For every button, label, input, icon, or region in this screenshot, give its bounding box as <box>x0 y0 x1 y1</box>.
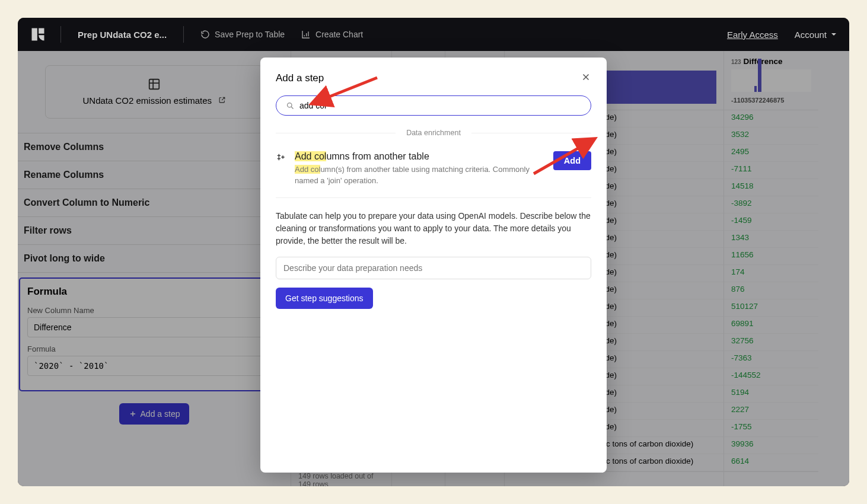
join-icon <box>276 151 286 187</box>
search-box[interactable] <box>276 95 591 116</box>
search-result: Add columns from another table Add colum… <box>276 145 591 198</box>
section-label: Data enrichment <box>276 126 591 139</box>
header-divider <box>183 26 184 43</box>
result-description: Add column(s) from another table using m… <box>295 164 545 187</box>
save-prep-button[interactable]: Save Prep to Table <box>200 30 285 39</box>
add-result-button[interactable]: Add <box>553 151 591 170</box>
svg-point-1 <box>288 103 292 107</box>
app-window: Prep UNdata CO2 e... Save Prep to Table … <box>18 18 849 486</box>
page-title: Prep UNdata CO2 e... <box>78 30 167 40</box>
save-prep-label: Save Prep to Table <box>215 30 285 39</box>
create-chart-button[interactable]: Create Chart <box>301 30 363 39</box>
app-logo[interactable] <box>30 26 46 43</box>
search-input[interactable] <box>299 101 581 110</box>
account-menu[interactable]: Account <box>795 30 837 40</box>
ai-help-text: Tabulate can help you to prepare your da… <box>276 210 591 247</box>
search-icon <box>286 101 295 110</box>
account-label: Account <box>795 30 827 40</box>
early-access-link[interactable]: Early Access <box>727 30 778 40</box>
result-title: Add columns from another table <box>295 151 545 162</box>
header-divider <box>60 26 61 43</box>
close-icon <box>581 72 591 82</box>
modal-close-button[interactable] <box>581 72 591 85</box>
ai-description-input[interactable] <box>276 257 591 279</box>
create-chart-label: Create Chart <box>315 30 363 39</box>
add-step-modal: Add a step Data enrichment Add columns f… <box>260 58 607 473</box>
header-bar: Prep UNdata CO2 e... Save Prep to Table … <box>18 18 849 51</box>
modal-title: Add a step <box>276 72 324 84</box>
chevron-down-icon <box>830 31 837 38</box>
get-suggestions-button[interactable]: Get step suggestions <box>276 288 373 309</box>
